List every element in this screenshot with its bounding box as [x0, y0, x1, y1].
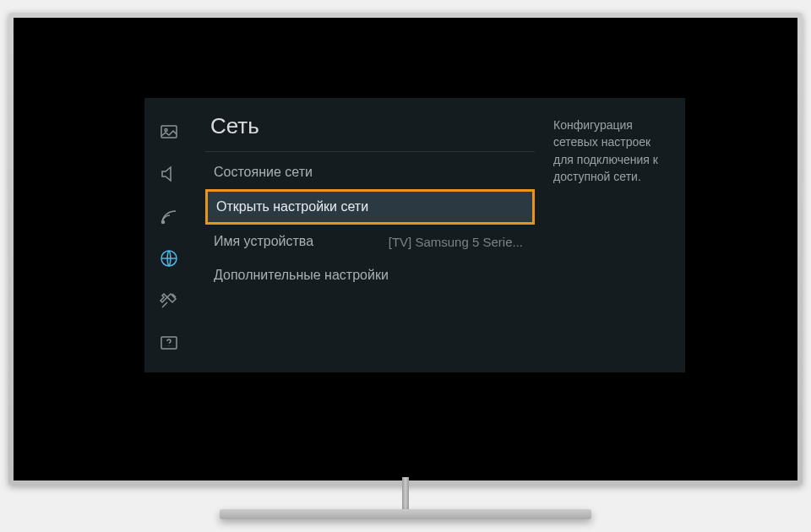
- tv-screen: Сеть Состояние сети Открыть настройки се…: [14, 18, 797, 480]
- menu-item-network-status[interactable]: Состояние сети: [205, 155, 535, 189]
- picture-icon[interactable]: [157, 120, 181, 144]
- menu-item-device-name[interactable]: Имя устройства [TV] Samsung 5 Serie...: [205, 225, 535, 258]
- description-text: Конфигурация сетевых настроек для подклю…: [535, 113, 685, 372]
- menu-item-label: Дополнительные настройки: [214, 268, 389, 283]
- menu-item-additional-settings[interactable]: Дополнительные настройки: [205, 258, 535, 292]
- svg-point-1: [165, 129, 167, 132]
- support-icon[interactable]: [157, 331, 181, 355]
- menu-column: Сеть Состояние сети Открыть настройки се…: [205, 113, 535, 372]
- menu-item-label: Открыть настройки сети: [216, 199, 368, 214]
- tv-stand-neck: [402, 477, 409, 511]
- system-icon[interactable]: [157, 289, 181, 312]
- menu-item-label: Состояние сети: [214, 165, 313, 180]
- sound-icon[interactable]: [157, 162, 181, 186]
- section-title: Сеть: [205, 113, 535, 152]
- network-icon[interactable]: [157, 247, 181, 270]
- menu-item-open-network-settings[interactable]: Открыть настройки сети: [205, 189, 535, 225]
- menu-item-value: [TV] Samsung 5 Serie...: [389, 235, 526, 249]
- svg-point-2: [162, 221, 165, 224]
- main-panel: Сеть Состояние сети Открыть настройки се…: [193, 98, 685, 372]
- broadcast-icon[interactable]: [157, 204, 181, 228]
- tv-frame: Сеть Состояние сети Открыть настройки се…: [8, 13, 803, 486]
- tv-stand-base: [220, 509, 591, 519]
- menu-item-label: Имя устройства: [214, 234, 313, 249]
- settings-sidebar: [144, 98, 193, 372]
- settings-panel: Сеть Состояние сети Открыть настройки се…: [144, 98, 685, 372]
